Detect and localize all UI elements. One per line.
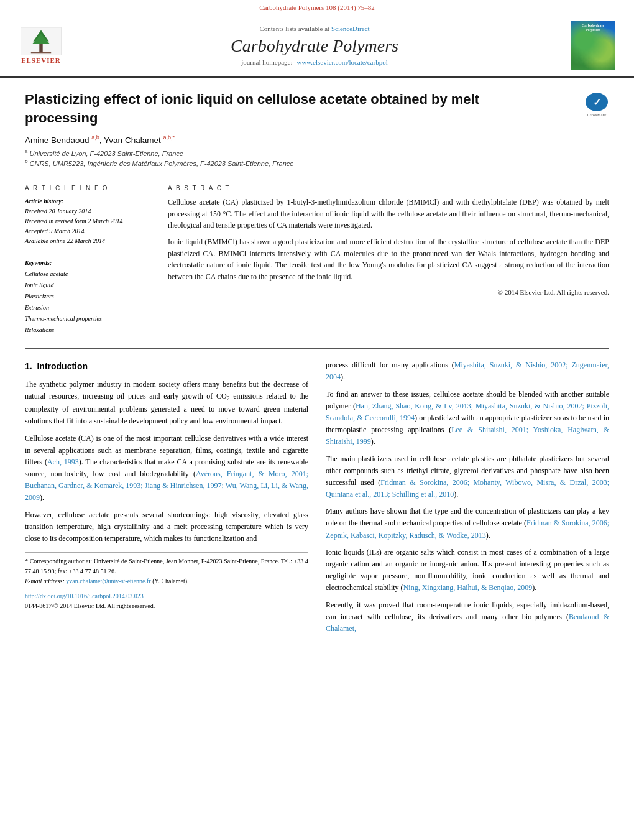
abstract-heading: A B S T R A C T xyxy=(168,185,609,192)
history-online: Available online 22 March 2014 xyxy=(25,236,149,246)
article-history: Article history: Received 20 January 201… xyxy=(25,196,149,246)
footnotes: * Corresponding author at: Université de… xyxy=(25,552,308,611)
footnote-email: E-mail address: yvan.chalamet@univ-st-et… xyxy=(25,576,308,586)
keywords-title: Keywords: xyxy=(25,259,149,266)
intro-title: 1. Introduction xyxy=(25,359,308,373)
ref-fridman-2006[interactable]: Fridman & Sorokina, 2006; Mohanty, Wibow… xyxy=(326,478,609,499)
intro-p8: Ionic liquids (ILs) are organic salts wh… xyxy=(326,547,609,594)
journal-citation: Carbohydrate Polymers 108 (2014) 75–82 xyxy=(259,4,375,11)
footnote-doi: http://dx.doi.org/10.1016/j.carbpol.2014… xyxy=(25,591,308,601)
ref-ning-2009[interactable]: Ning, Xingxiang, Haihui, & Benqiao, 2009 xyxy=(403,583,533,592)
sciencedirect-link[interactable]: ScienceDirect xyxy=(331,25,370,32)
keyword-1: Cellulose acetate xyxy=(25,269,149,280)
body-col-2: process difficult for many applications … xyxy=(326,359,609,640)
journal-cover-container: CarbohydratePolymers xyxy=(566,21,615,70)
keyword-5: Thermo-mechanical properties xyxy=(25,313,149,325)
affiliation-a: a Université de Lyon, F-42023 Saint-Etie… xyxy=(25,149,609,157)
journal-header: ELSEVIER Contents lists available at Sci… xyxy=(0,14,634,78)
elsevier-tree-icon xyxy=(19,27,63,55)
ref-lee-2001[interactable]: Lee & Shiraishi, 2001; Yoshioka, Hagiwar… xyxy=(326,425,609,446)
ref-miyashita-2002[interactable]: Miyashita, Suzuki, & Nishio, 2002; Zugen… xyxy=(326,361,609,381)
homepage-line: journal homepage: www.elsevier.com/locat… xyxy=(76,58,553,66)
body-col-1: 1. Introduction The synthetic polymer in… xyxy=(25,359,308,640)
crossmark[interactable]: ✓ CrossMark xyxy=(584,93,609,118)
keyword-6: Relaxations xyxy=(25,325,149,336)
ref-ach-1993[interactable]: Ach, 1993 xyxy=(47,458,79,466)
elsevier-label: ELSEVIER xyxy=(21,57,61,64)
homepage-link[interactable]: www.elsevier.com/locate/carbpol xyxy=(296,58,388,66)
intro-p4: process difficult for many applications … xyxy=(326,359,609,383)
footnote-issn: 0144-8617/© 2014 Elsevier Ltd. All right… xyxy=(25,601,308,611)
crossmark-label: CrossMark xyxy=(587,113,606,118)
affiliation-b: b CNRS, UMR5223, Ingénierie des Matériau… xyxy=(25,159,609,167)
history-received: Received 20 January 2014 xyxy=(25,206,149,216)
intro-p6: The main plasticizers used in cellulose-… xyxy=(326,453,609,501)
history-title: Article history: xyxy=(25,196,149,206)
keyword-2: Ionic liquid xyxy=(25,280,149,291)
keywords-list: Cellulose acetate Ionic liquid Plasticiz… xyxy=(25,269,149,336)
ref-averous-2001[interactable]: Avérous, Fringant, & Moro, 2001; Buchana… xyxy=(25,469,308,502)
ref-han-2013[interactable]: Han, Zhang, Shao, Kong, & Lv, 2013; Miya… xyxy=(326,402,609,422)
header-center: Contents lists available at ScienceDirec… xyxy=(63,25,566,66)
main-body: 1. Introduction The synthetic polymer in… xyxy=(25,348,609,640)
ref-bendaoud-chalamet[interactable]: Bendaoud & Chalamet, xyxy=(326,612,609,633)
journal-bar: Carbohydrate Polymers 108 (2014) 75–82 xyxy=(0,0,634,14)
email-link[interactable]: yvan.chalamet@univ-st-etienne.fr xyxy=(66,578,150,584)
article-info-col: A R T I C L E I N F O Article history: R… xyxy=(25,185,149,336)
crossmark-icon: ✓ xyxy=(586,93,608,111)
keyword-4: Extrusion xyxy=(25,302,149,313)
elsevier-logo: ELSEVIER xyxy=(19,27,63,64)
article-info-abstract-section: A R T I C L E I N F O Article history: R… xyxy=(25,177,609,336)
article-container: Plasticizing effect of ionic liquid on c… xyxy=(0,78,634,658)
contents-line: Contents lists available at ScienceDirec… xyxy=(76,25,553,32)
abstract-para-1: Cellulose acetate (CA) plasticized by 1-… xyxy=(168,196,609,231)
article-title: Plasticizing effect of ionic liquid on c… xyxy=(25,90,535,127)
journal-title: Carbohydrate Polymers xyxy=(76,36,553,56)
article-title-section: Plasticizing effect of ionic liquid on c… xyxy=(25,90,609,127)
svg-rect-1 xyxy=(39,44,42,53)
crossmark-symbol: ✓ xyxy=(593,96,601,108)
intro-p2: Cellulose acetate (CA) is one of the mos… xyxy=(25,433,308,504)
intro-p3: However, cellulose acetate presents seve… xyxy=(25,509,308,545)
article-info-heading: A R T I C L E I N F O xyxy=(25,185,149,192)
body-two-col: 1. Introduction The synthetic polymer in… xyxy=(25,359,609,640)
intro-p1: The synthetic polymer industry in modern… xyxy=(25,379,308,428)
intro-p7: Many authors have shown that the type an… xyxy=(326,505,609,542)
svg-rect-4 xyxy=(31,52,51,53)
keywords-section: Keywords: Cellulose acetate Ionic liquid… xyxy=(25,259,149,336)
history-revised: Received in revised form 2 March 2014 xyxy=(25,216,149,226)
authors: Amine Bendaoud a,b, Yvan Chalamet a,b,* xyxy=(25,134,609,145)
abstract-col: A B S T R A C T Cellulose acetate (CA) p… xyxy=(168,185,609,336)
intro-p9: Recently, it was proved that room-temper… xyxy=(326,599,609,635)
affiliations: a Université de Lyon, F-42023 Saint-Etie… xyxy=(25,149,609,167)
journal-cover-image: CarbohydratePolymers xyxy=(571,21,615,70)
ref-fridman-2006b[interactable]: Fridman & Sorokina, 2006; Zepnik, Kabasc… xyxy=(326,519,609,539)
abstract-copyright: © 2014 Elsevier Ltd. All rights reserved… xyxy=(168,287,609,298)
footnote-corresponding: * Corresponding author at: Université de… xyxy=(25,556,308,576)
history-accepted: Accepted 9 March 2014 xyxy=(25,226,149,236)
abstract-text: Cellulose acetate (CA) plasticized by 1-… xyxy=(168,196,609,298)
intro-p5: To find an answer to these issues, cellu… xyxy=(326,389,609,448)
abstract-para-2: Ionic liquid (BMIMCl) has shown a good p… xyxy=(168,236,609,282)
keyword-3: Plasticizers xyxy=(25,291,149,302)
doi-link[interactable]: http://dx.doi.org/10.1016/j.carbpol.2014… xyxy=(25,593,144,599)
